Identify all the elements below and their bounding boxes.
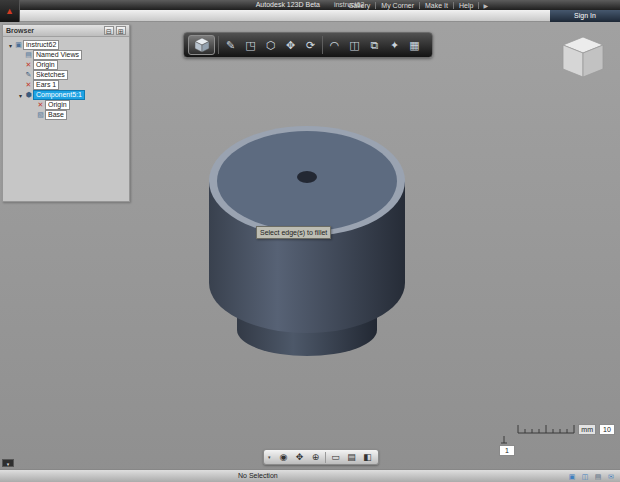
units-toggle-icon[interactable]: ✉	[606, 472, 616, 481]
modeling-toolbar: ✎ ◳ ⬡ ✥ ⟳ ◠ ◫ ⧉ ✦ ▦	[183, 32, 433, 58]
tree-item-root[interactable]: ▾ ▣ instruct62	[5, 40, 127, 50]
view-cube[interactable]	[556, 30, 610, 84]
primitives-icon[interactable]: ◳	[242, 34, 259, 56]
browser-panel: Browser ⊟ ⊞ ▾ ▣ instruct62 ▤ Named Views…	[2, 24, 130, 202]
sketches-icon: ✎	[24, 71, 33, 79]
material-icon[interactable]: ✦	[386, 34, 403, 56]
app-menu-cube-icon[interactable]	[188, 35, 215, 55]
tray-toggle-icon[interactable]: ▾	[2, 459, 14, 467]
browser-dock-icon[interactable]: ⊞	[116, 26, 126, 35]
browser-panel-header[interactable]: Browser ⊟ ⊞	[3, 25, 129, 37]
snap-toggle-icon[interactable]: ◫	[580, 472, 590, 481]
component-icon: ⬢	[24, 91, 33, 99]
menu-expand-icon[interactable]: ▶	[479, 2, 492, 9]
move-icon[interactable]: ✥	[282, 34, 299, 56]
menu-bar: Sign In	[20, 10, 620, 22]
tree-item-label: Origin	[33, 60, 58, 70]
hidden-sketch-icon[interactable]: ✕	[24, 81, 33, 89]
tree-item-label: Origin	[45, 100, 70, 110]
tree-item-label: Ears 1	[33, 80, 59, 90]
look-at-icon[interactable]: ▭	[329, 450, 342, 464]
status-bar: No Selection ▣ ◫ ▤ ✉	[0, 469, 620, 482]
browser-panel-title: Browser	[6, 27, 102, 34]
tree-item-label: Base	[45, 110, 67, 120]
zoom-icon[interactable]: ⊕	[309, 450, 322, 464]
menu-gallery[interactable]: Gallery	[343, 2, 376, 9]
tree-item-component-origin[interactable]: ✕ Origin	[5, 100, 127, 110]
tree-item-label: Sketches	[33, 70, 68, 80]
top-menu: Gallery My Corner Make It Help ▶	[343, 0, 492, 10]
app-logo: ▲	[0, 0, 20, 22]
sign-in-button[interactable]: Sign In	[550, 10, 620, 22]
selection-status: No Selection	[238, 470, 278, 482]
sketch-icon[interactable]: ✎	[222, 34, 239, 56]
pan-icon[interactable]: ✥	[293, 450, 306, 464]
rotate-icon[interactable]: ⟳	[302, 34, 319, 56]
extrude-icon[interactable]: ⬡	[262, 34, 279, 56]
browser-toggle-icon[interactable]: ▣	[567, 472, 577, 481]
menu-help[interactable]: Help	[454, 2, 479, 9]
combine-icon[interactable]: ⧉	[366, 34, 383, 56]
fillet-tooltip: Select edge(s) to fillet	[256, 226, 331, 239]
application-window: Select edge(s) to fillet Autodesk 123D B…	[0, 0, 620, 482]
model-tree: ▾ ▣ instruct62 ▤ Named Views ✕ Origin ✎ …	[3, 37, 129, 120]
major-grid-spacing-field[interactable]: 10	[599, 424, 615, 435]
nav-dropdown-icon[interactable]: ▾	[268, 454, 274, 460]
nav-separator	[325, 452, 326, 463]
unit-label[interactable]: mm	[578, 424, 596, 435]
title-bar: Autodesk 123D Betainstruct62 Gallery My …	[0, 0, 620, 10]
named-views-icon: ▤	[24, 51, 33, 59]
grid-scale-widget: mm 10 1	[495, 423, 615, 456]
minor-tick-icon	[499, 436, 509, 445]
tree-item-label: Named Views	[33, 50, 82, 60]
feature-icon: ▧	[36, 111, 45, 119]
cube-glyph	[194, 37, 210, 53]
tree-item-label: Component5:1	[33, 90, 85, 100]
window-title: Autodesk 123D Betainstruct62	[0, 0, 620, 10]
grid-toggle-icon[interactable]: ▤	[593, 472, 603, 481]
snap-icon[interactable]: ▦	[406, 34, 423, 56]
hidden-origin-icon[interactable]: ✕	[36, 101, 45, 109]
document-icon: ▣	[14, 41, 23, 49]
expander-icon[interactable]: ▾	[7, 42, 14, 49]
split-icon[interactable]: ◫	[346, 34, 363, 56]
orbit-icon[interactable]: ◉	[277, 450, 290, 464]
minor-grid-spacing-field[interactable]: 1	[499, 445, 515, 456]
toolbar-separator	[218, 36, 219, 54]
navigation-toolbar: ▾ ◉ ✥ ⊕ ▭ ▤ ◧	[263, 449, 379, 465]
display-settings-icon[interactable]: ◧	[361, 450, 374, 464]
status-bar-icons: ▣ ◫ ▤ ✉	[567, 472, 616, 481]
autodesk-logo-icon: ▲	[5, 7, 14, 16]
tree-item-named-views[interactable]: ▤ Named Views	[5, 50, 127, 60]
tree-item-sketches[interactable]: ✎ Sketches	[5, 70, 127, 80]
toolbar-separator	[322, 36, 323, 54]
app-title: Autodesk 123D Beta	[256, 1, 320, 8]
tree-item-label: instruct62	[23, 40, 59, 50]
browser-minimize-icon[interactable]: ⊟	[104, 26, 114, 35]
tree-item-base[interactable]: ▧ Base	[5, 110, 127, 120]
hidden-origin-icon[interactable]: ✕	[24, 61, 33, 69]
ruler-icon	[517, 423, 575, 435]
tree-item-component5-1[interactable]: ▾ ⬢ Component5:1	[5, 90, 127, 100]
fillet-icon[interactable]: ◠	[326, 34, 343, 56]
tree-item-ears-1[interactable]: ✕ Ears 1	[5, 80, 127, 90]
expander-icon[interactable]: ▾	[17, 92, 24, 99]
menu-make-it[interactable]: Make It	[420, 2, 454, 9]
tree-item-origin[interactable]: ✕ Origin	[5, 60, 127, 70]
view-settings-icon[interactable]: ▤	[345, 450, 358, 464]
menu-my-corner[interactable]: My Corner	[376, 2, 420, 9]
